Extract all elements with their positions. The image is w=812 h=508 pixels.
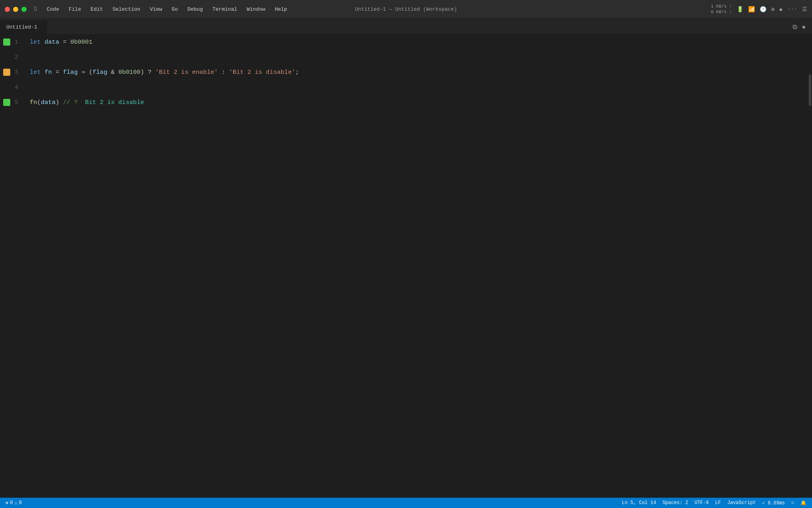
sp	[67, 35, 70, 50]
split-editor-icon[interactable]: ⧉	[793, 23, 797, 31]
sp	[151, 65, 155, 80]
token-colon: :	[222, 65, 225, 80]
token-let-1: let	[30, 35, 41, 50]
sp	[59, 95, 63, 110]
token-str-2: 'Bit 2 is disable'	[229, 65, 295, 80]
sp	[78, 65, 81, 80]
unsaved-dot: ●	[802, 24, 806, 31]
wifi-icon: 📶	[748, 6, 755, 13]
close-button[interactable]	[5, 7, 10, 12]
menu-view[interactable]: View	[146, 6, 166, 13]
list-icon[interactable]: ☰	[802, 6, 807, 13]
menu-terminal[interactable]: Terminal	[209, 6, 241, 13]
token-num-1: 0b0001	[70, 35, 92, 50]
minimize-button[interactable]	[13, 7, 18, 12]
sp	[115, 65, 118, 80]
window-title: Untitled-1 — Untitled (Workspace)	[355, 6, 457, 12]
token-ternary: ?	[148, 65, 151, 80]
token-flag-2: flag	[92, 65, 107, 80]
encoding[interactable]: UTF-8	[695, 500, 709, 506]
breakpoint-5[interactable]	[3, 99, 10, 106]
status-right: Ln 5, Col 14 Spaces: 2 UTF-8 LF JavaScri…	[622, 500, 806, 506]
token-eq-3: =	[56, 65, 59, 80]
code-line-1: let data = 0b0001	[30, 35, 808, 50]
menu-code[interactable]: Code	[43, 6, 63, 13]
error-icon: ⊗	[6, 500, 8, 506]
token-data: data	[44, 35, 59, 50]
breakpoint-1[interactable]	[3, 38, 10, 46]
cursor-position[interactable]: Ln 5, Col 14	[622, 500, 656, 506]
menu-file[interactable]: File	[65, 6, 85, 13]
token-paren-open: (	[89, 65, 92, 80]
code-area[interactable]: let data = 0b0001 let fn = flag ⇒ ( flag	[22, 35, 808, 498]
line-number-5: 5	[10, 99, 21, 106]
sp	[78, 95, 85, 110]
menu-go[interactable]: Go	[168, 6, 182, 13]
token-num-2: 0b0100	[118, 65, 140, 80]
scrollbar[interactable]	[808, 35, 812, 498]
tab-untitled[interactable]: Untitled-1	[0, 20, 48, 34]
editor: 1 2 3 4 5 let data =	[0, 35, 812, 498]
notification-icon[interactable]: 🔔	[801, 500, 806, 506]
token-paren-close-5: )	[56, 95, 59, 110]
token-data-5: data	[41, 95, 56, 110]
token-fn: fn	[44, 65, 52, 80]
titlebar-right: 1 KB/s ↑0 KB/s ↓ 🔋 📶 🕐 ⊞ ◆ ··· ☰	[711, 4, 807, 15]
code-line-2	[30, 50, 808, 65]
token-fn-call: fn	[30, 95, 37, 110]
token-amp: &	[111, 65, 115, 80]
sp	[225, 65, 229, 80]
titlebar:  Code File Edit Selection View Go Debug…	[0, 0, 812, 19]
token-comment: // ?	[63, 95, 78, 110]
apple-icon[interactable]: 	[34, 6, 38, 13]
eol[interactable]: LF	[715, 500, 721, 506]
token-flag-1: flag	[63, 65, 78, 80]
indentation[interactable]: Spaces: 2	[663, 500, 688, 506]
gutter-line-5: 5	[0, 95, 22, 110]
breakpoint-3[interactable]	[3, 69, 10, 76]
smiley-icon[interactable]: ☺	[791, 500, 794, 506]
sp	[59, 35, 63, 50]
menu-window[interactable]: Window	[243, 6, 269, 13]
menu-selection[interactable]: Selection	[109, 6, 144, 13]
tab-label: Untitled-1	[6, 24, 37, 30]
more-icon[interactable]: ···	[787, 6, 797, 12]
sp	[59, 65, 63, 80]
sp	[41, 65, 44, 80]
menu-edit[interactable]: Edit	[86, 6, 107, 13]
menu-debug[interactable]: Debug	[184, 6, 207, 13]
error-count: 0	[10, 500, 13, 506]
line-number-1: 1	[10, 39, 21, 46]
tab-actions: ⧉ ●	[793, 20, 812, 34]
token-semi: ;	[295, 65, 299, 80]
scrollbar-thumb[interactable]	[809, 74, 811, 106]
breakpoint-2	[3, 54, 10, 61]
status-left: ⊗ 0 ⚠ 0	[6, 500, 22, 506]
token-str-1: 'Bit 2 is enable'	[155, 65, 218, 80]
token-comment-value: Bit 2 is disable	[85, 95, 144, 110]
token-paren-close: )	[140, 65, 144, 80]
line-number-3: 3	[10, 69, 21, 76]
clock-icon: 🕐	[760, 6, 766, 13]
gutter-line-2: 2	[0, 50, 22, 65]
code-line-4	[30, 80, 808, 95]
network-status: 1 KB/s ↑0 KB/s ↓	[711, 4, 732, 15]
sp	[85, 65, 89, 80]
controlcenter-icon[interactable]: ⊞	[771, 6, 774, 13]
errors-item[interactable]: ⊗ 0 ⚠ 0	[6, 500, 22, 506]
menu-help[interactable]: Help	[271, 6, 291, 13]
timing: ✓ 6.69ms	[762, 500, 785, 506]
sp	[218, 65, 222, 80]
sp	[107, 65, 111, 80]
maximize-button[interactable]	[21, 7, 27, 12]
language-mode[interactable]: JavaScript	[727, 500, 756, 506]
gutter-line-4: 4	[0, 80, 22, 95]
battery-icon: 🔋	[737, 6, 743, 13]
traffic-lights	[5, 7, 27, 12]
code-line-5: fn ( data ) // ? Bit 2 is disable	[30, 95, 808, 110]
code-line-3: let fn = flag ⇒ ( flag & 0b0100 ) ? 'Bit…	[30, 65, 808, 80]
gutter: 1 2 3 4 5	[0, 35, 22, 498]
breakpoint-4	[3, 84, 10, 91]
warning-icon: ⚠	[14, 500, 17, 506]
gutter-line-3: 3	[0, 65, 22, 80]
